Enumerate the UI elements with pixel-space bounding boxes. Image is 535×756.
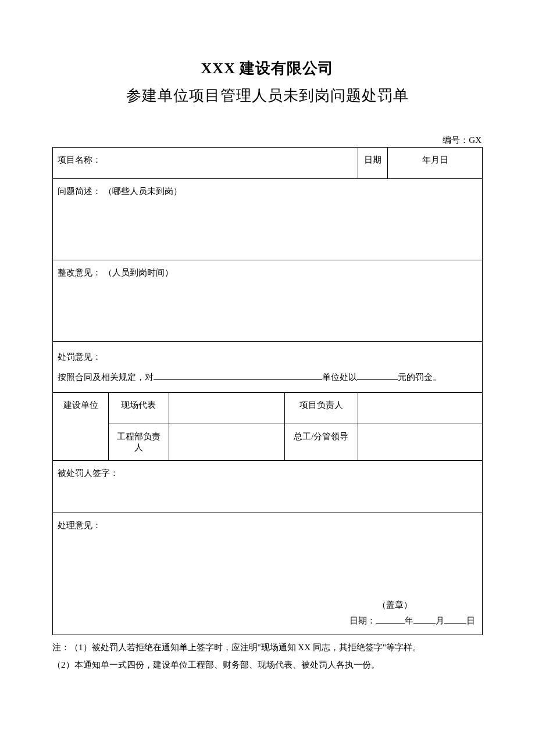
penalty-unit-blank[interactable]	[154, 371, 322, 380]
footnote-1: 注：（1）被处罚人若拒绝在通知单上签字时，应注明"现场通知 XX 同志，其拒绝签…	[52, 639, 483, 656]
penalty-sentence: 按照合同及相关规定，对单位处以元的罚金。	[58, 369, 477, 386]
penalty-opinion-cell[interactable]: 处罚意见： 按照合同及相关规定，对单位处以元的罚金。	[53, 342, 483, 393]
footnotes: 注：（1）被处罚人若拒绝在通知单上签字时，应注明"现场通知 XX 同志，其拒绝签…	[52, 639, 483, 673]
problem-description-cell[interactable]: 问题简述： （哪些人员未到岗）	[53, 179, 483, 260]
penalty-label: 处罚意见：	[58, 349, 477, 366]
date-value-cell[interactable]: 年月日	[388, 148, 483, 179]
site-rep-sign[interactable]	[169, 393, 285, 424]
day-label: 日	[466, 616, 475, 625]
rectify-hint: （人员到岗时间）	[104, 268, 173, 277]
penalty-suffix: 元的罚金。	[398, 372, 441, 382]
problem-label: 问题简述：	[58, 187, 101, 196]
chief-lead-sign[interactable]	[358, 424, 482, 461]
company-name: XXX 建设有限公司	[52, 58, 483, 78]
penalty-prefix: 按照合同及相关规定，对	[58, 372, 154, 382]
year-blank[interactable]	[376, 615, 405, 624]
builder-unit-label: 建设单位	[53, 393, 109, 461]
handling-label: 处理意见：	[58, 520, 477, 531]
form-title: 参建单位项目管理人员未到岗问题处罚单	[52, 85, 483, 106]
project-name-label: 项目名称：	[58, 155, 101, 164]
site-rep-label: 现场代表	[109, 393, 169, 424]
document-number: 编号：GX	[52, 135, 483, 146]
rectify-opinion-cell[interactable]: 整改意见： （人员到岗时间）	[53, 260, 483, 342]
problem-hint: （哪些人员未到岗）	[104, 187, 182, 196]
footnote-2: （2）本通知单一式四份，建设单位工程部、财务部、现场代表、被处罚人各执一份。	[52, 656, 483, 673]
handling-date-line: 日期：年月日	[349, 613, 475, 629]
project-name-cell[interactable]: 项目名称：	[53, 148, 358, 179]
project-lead-sign[interactable]	[358, 393, 482, 424]
chief-lead-label: 总工/分管领导	[285, 424, 358, 461]
date-label-cell: 日期	[358, 148, 388, 179]
punished-sign-label: 被处罚人签字：	[58, 468, 119, 478]
rectify-label: 整改意见：	[58, 268, 101, 277]
handling-opinion-cell[interactable]: 处理意见： （盖章） 日期：年月日	[53, 513, 483, 635]
seal-date-block: （盖章） 日期：年月日	[349, 597, 475, 629]
month-blank[interactable]	[413, 615, 436, 624]
punished-person-sign-cell[interactable]: 被处罚人签字：	[53, 461, 483, 513]
penalty-amount-blank[interactable]	[357, 371, 398, 380]
year-label: 年	[405, 616, 413, 625]
date-prefix: 日期：	[349, 616, 376, 625]
seal-label: （盖章）	[349, 597, 475, 613]
eng-dept-lead-label: 工程部负责人	[109, 424, 169, 461]
penalty-form-table: 项目名称： 日期 年月日 问题简述： （哪些人员未到岗） 整改意见： （人员到岗…	[52, 147, 483, 635]
month-label: 月	[436, 616, 444, 625]
project-lead-label: 项目负责人	[285, 393, 358, 424]
eng-dept-lead-sign[interactable]	[169, 424, 285, 461]
day-blank[interactable]	[444, 615, 466, 624]
penalty-mid: 单位处以	[322, 372, 357, 382]
